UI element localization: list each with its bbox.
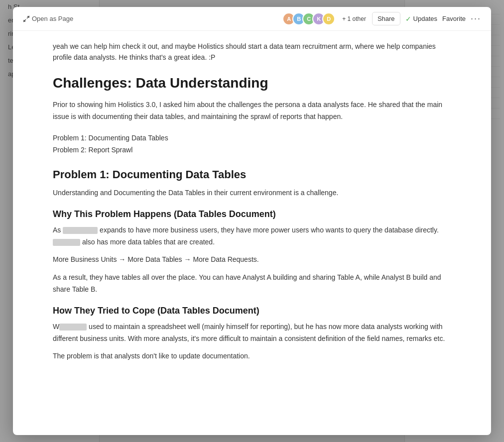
others-badge: + 1 other bbox=[342, 15, 366, 22]
check-icon: ✓ bbox=[405, 15, 411, 23]
section2-body: Understanding and Documenting the Data T… bbox=[53, 187, 451, 199]
section4-title: How They Tried to Cope (Data Tables Docu… bbox=[53, 306, 451, 316]
section1-title: Challenges: Data Understanding bbox=[53, 75, 451, 91]
expand-icon bbox=[23, 15, 30, 22]
redacted-company-2 bbox=[53, 239, 80, 246]
share-label: Share bbox=[378, 15, 395, 22]
favorite-button[interactable]: Favorite bbox=[442, 15, 466, 22]
open-as-page-label: Open as Page bbox=[32, 15, 73, 22]
modal-overlay: Open as Page A B C K D + 1 other Share bbox=[0, 0, 504, 442]
section3-body1: As expands to have more business users, … bbox=[53, 224, 451, 248]
redacted-company-1 bbox=[63, 227, 98, 234]
updates-label: Updates bbox=[413, 15, 437, 22]
modal-content[interactable]: yeah we can help him check it out, and m… bbox=[13, 31, 491, 435]
section3-text-pre: As bbox=[53, 226, 63, 234]
modal-toolbar: Open as Page A B C K D + 1 other Share bbox=[13, 7, 491, 31]
section1-body: Prior to showing him Holistics 3.0, I as… bbox=[53, 99, 451, 123]
modal-dialog: Open as Page A B C K D + 1 other Share bbox=[13, 7, 491, 435]
problem1-item: Problem 1: Documenting Data Tables bbox=[53, 132, 451, 144]
toolbar-right: Share ✓ Updates Favorite ··· bbox=[372, 12, 481, 25]
avatar-5: D bbox=[322, 12, 335, 25]
problem-list: Problem 1: Documenting Data Tables Probl… bbox=[53, 132, 451, 156]
section3-body2: More Business Units → More Data Tables →… bbox=[53, 254, 451, 266]
section3-title: Why This Problem Happens (Data Tables Do… bbox=[53, 209, 451, 220]
share-button[interactable]: Share bbox=[372, 12, 400, 25]
section4-text-post: used to maintain a spreadsheet well (mai… bbox=[53, 323, 445, 342]
updates-button[interactable]: ✓ Updates bbox=[405, 15, 437, 23]
section3-body3: As a result, they have tables all over t… bbox=[53, 272, 451, 296]
avatars-group: A B C K D bbox=[282, 12, 335, 25]
problem2-item: Problem 2: Report Sprawl bbox=[53, 144, 451, 156]
more-options-button[interactable]: ··· bbox=[471, 13, 481, 24]
toolbar-center: A B C K D + 1 other bbox=[282, 12, 366, 25]
toolbar-left: Open as Page bbox=[23, 15, 276, 22]
section4-body2: The problem is that analysts don't like … bbox=[53, 350, 451, 362]
section2-title: Problem 1: Documenting Data Tables bbox=[53, 168, 451, 181]
intro-text: yeah we can help him check it out, and m… bbox=[53, 41, 451, 63]
redacted-person bbox=[59, 324, 87, 331]
section3-text-mid: expands to have more business users, the… bbox=[98, 226, 439, 234]
section3-text-post: also has more data tables that are creat… bbox=[80, 238, 215, 246]
section4-body1: W used to maintain a spreadsheet well (m… bbox=[53, 321, 451, 345]
section4-text-pre: W bbox=[53, 323, 59, 331]
open-as-page-button[interactable]: Open as Page bbox=[23, 15, 73, 22]
